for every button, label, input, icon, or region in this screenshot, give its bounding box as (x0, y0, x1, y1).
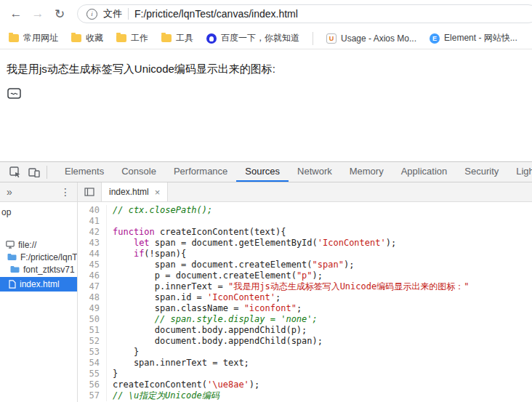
line-number: 48 (78, 292, 107, 303)
bookmark-label: 工具 (176, 32, 193, 44)
bookmark-label: Element - 网站快... (444, 32, 517, 44)
monitor-icon (6, 241, 15, 249)
code-line: 47 p.innerText = "我是用js动态生成标签写入Unicode编码… (78, 281, 532, 292)
code-text: span.innerText = text; (107, 358, 249, 369)
line-number: 52 (78, 336, 107, 347)
code-editor[interactable]: 40// ctx.closePath();4142function create… (78, 202, 532, 402)
line-number: 55 (78, 369, 107, 379)
file-tab-label: index.html (109, 187, 149, 197)
devtools-tab-application[interactable]: Application (392, 162, 456, 182)
file-icon (9, 280, 16, 289)
address-bar[interactable]: i 文件 F:/prictice/lqnTest/canvas/index.ht… (77, 4, 532, 23)
overflow-menu-icon[interactable]: ⋮ (60, 186, 70, 198)
devtools-tabs: ElementsConsolePerformanceSourcesNetwork… (56, 162, 532, 182)
code-text: // ctx.closePath(); (107, 205, 212, 216)
bookmark-gongzuo[interactable]: 工作 (116, 32, 148, 44)
line-number: 45 (78, 260, 107, 270)
devtools-tab-security[interactable]: Security (456, 162, 507, 182)
code-line: 44 if(!span){ (78, 249, 532, 260)
device-toolbar-icon[interactable] (25, 164, 44, 181)
browser-window: ← → ↻ i 文件 F:/prictice/lqnTest/canvas/in… (0, 0, 532, 402)
forward-icon[interactable]: → (29, 7, 47, 21)
line-number: 56 (78, 379, 107, 390)
line-number: 42 (78, 227, 107, 238)
code-line: 53 } (78, 347, 532, 358)
file-tab-index-html[interactable]: index.html × (101, 182, 168, 201)
unicode-generated-icon (7, 87, 21, 102)
inspect-element-icon[interactable] (6, 164, 25, 181)
folder-icon (161, 34, 172, 42)
navigator-toggle-icon[interactable] (78, 182, 101, 201)
navigator-label: index.html (20, 279, 60, 289)
navigator-tree: opfile://F:/prictice/lqnTfont_ztktsv71in… (0, 202, 78, 402)
toolbar-separator (47, 166, 47, 179)
folder-icon (116, 34, 126, 42)
address-url: F:/prictice/lqnTest/canvas/index.html (134, 8, 298, 20)
navigator-item-font-ztktsv71[interactable]: font_ztktsv71 (0, 263, 77, 276)
navigator-label: op (1, 207, 11, 217)
code-line: 42function createIconContent(text){ (78, 227, 532, 238)
folder-icon (10, 265, 20, 273)
line-number: 49 (78, 303, 107, 314)
close-tab-icon[interactable]: × (155, 187, 161, 198)
bookmark-gongju[interactable]: 工具 (161, 32, 193, 44)
address-scheme-label: 文件 (103, 7, 122, 20)
page-content: 我是用js动态生成标签写入Unicode编码显示出来的图标: (0, 49, 532, 161)
bookmark-usage-axios[interactable]: UUsage - Axios Mo... (326, 33, 416, 44)
code-line: 49 span.className = "iconfont"; (78, 303, 532, 314)
navigator-item-f-prictice-lqnt[interactable]: F:/prictice/lqnT (0, 251, 77, 263)
more-panels-icon[interactable]: » (7, 186, 12, 198)
bookmark-divider (313, 32, 313, 45)
usage-icon: U (326, 33, 336, 44)
code-line: 55} (78, 369, 532, 379)
code-text: span.id = 'IconContent'; (107, 292, 281, 303)
devtools-tab-memory[interactable]: Memory (341, 162, 392, 182)
element-icon: E (430, 33, 440, 44)
page-info-icon[interactable]: i (86, 9, 97, 20)
bookmarks-bar: 常用网址收藏工作工具百度一下，你就知道UUsage - Axios Mo...E… (0, 28, 532, 49)
code-text: } (107, 369, 118, 379)
code-text: function createIconContent(text){ (107, 227, 286, 238)
bookmark-element[interactable]: EElement - 网站快... (430, 32, 517, 44)
devtools-tab-performance[interactable]: Performance (165, 162, 236, 182)
devtools-tab-sources[interactable]: Sources (236, 162, 289, 182)
bookmark-label: 工作 (131, 32, 148, 44)
devtools-tab-lighthouse[interactable]: Lighthouse (507, 162, 532, 182)
navigator-label: F:/prictice/lqnT (20, 252, 77, 262)
line-number: 53 (78, 347, 107, 358)
devtools-tabbar: ElementsConsolePerformanceSourcesNetwork… (0, 162, 532, 182)
devtools-tab-network[interactable]: Network (289, 162, 341, 182)
line-number: 44 (78, 249, 107, 260)
code-text: span = document.createElement("span"); (107, 260, 354, 270)
bookmark-label: 百度一下，你就知道 (221, 32, 299, 44)
line-number: 50 (78, 314, 107, 325)
bookmark-shoucang[interactable]: 收藏 (71, 32, 103, 44)
refresh-icon[interactable]: ↻ (51, 7, 68, 22)
code-line: 48 span.id = 'IconContent'; (78, 292, 532, 303)
navigator-item-file-[interactable]: file:// (0, 238, 77, 251)
navigator-item-index-html[interactable]: index.html (0, 277, 77, 292)
code-line: 46 p = document.createElement("p"); (78, 270, 532, 281)
address-divider (128, 8, 129, 20)
bookmark-label: Usage - Axios Mo... (341, 33, 416, 44)
code-line: 56createIconContent('\ue8ae'); (78, 379, 532, 390)
line-number: 47 (78, 281, 107, 292)
navigator-item-op[interactable]: op (0, 206, 77, 218)
sources-subbar: » ⋮ index.html × (0, 182, 532, 202)
baidu-icon (206, 33, 217, 44)
devtools-tab-elements[interactable]: Elements (56, 162, 113, 182)
line-number: 40 (78, 205, 107, 216)
browser-toolbar: ← → ↻ i 文件 F:/prictice/lqnTest/canvas/in… (0, 0, 532, 28)
folder-icon (9, 34, 19, 42)
devtools-tab-console[interactable]: Console (113, 162, 165, 182)
code-text: if(!span){ (107, 249, 186, 260)
code-text: // \u指定为Unicode编码 (107, 390, 219, 401)
file-tab-strip: index.html × (78, 182, 532, 201)
bookmark-baidu[interactable]: 百度一下，你就知道 (206, 32, 299, 44)
bookmark-label: 收藏 (86, 32, 103, 44)
back-icon[interactable]: ← (7, 7, 25, 21)
code-text: // span.style.display = 'none'; (107, 314, 318, 325)
bookmark-label: 常用网址 (23, 32, 58, 44)
bookmark-changyongwangzhi[interactable]: 常用网址 (9, 32, 58, 44)
line-number: 46 (78, 270, 107, 281)
